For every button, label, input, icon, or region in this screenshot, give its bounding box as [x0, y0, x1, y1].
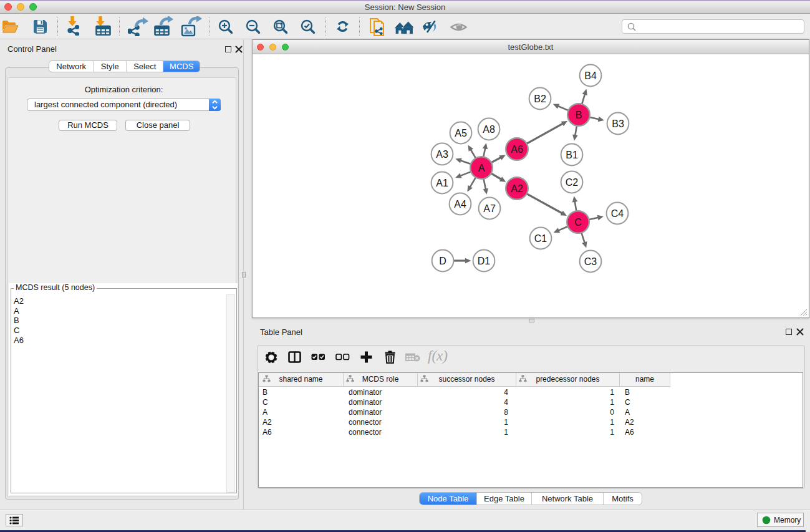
- svg-text:C2: C2: [566, 177, 579, 188]
- svg-text:A5: A5: [455, 128, 467, 138]
- svg-text:A7: A7: [483, 203, 496, 214]
- svg-text:A3: A3: [436, 149, 448, 160]
- svg-text:A4: A4: [454, 199, 466, 210]
- svg-text:A: A: [478, 163, 485, 173]
- svg-text:D: D: [439, 256, 446, 266]
- svg-text:C1: C1: [534, 233, 547, 244]
- svg-text:C: C: [574, 217, 582, 228]
- svg-text:A8: A8: [483, 124, 495, 135]
- svg-text:B1: B1: [566, 150, 578, 160]
- svg-text:A1: A1: [436, 178, 448, 188]
- svg-text:B3: B3: [612, 118, 624, 129]
- svg-text:C4: C4: [611, 208, 624, 219]
- svg-text:B2: B2: [534, 94, 546, 104]
- svg-text:A6: A6: [511, 144, 523, 155]
- svg-text:D1: D1: [478, 256, 491, 266]
- svg-text:A2: A2: [511, 183, 523, 194]
- svg-text:C3: C3: [584, 256, 597, 267]
- svg-text:B4: B4: [584, 70, 597, 81]
- svg-text:B: B: [576, 110, 582, 120]
